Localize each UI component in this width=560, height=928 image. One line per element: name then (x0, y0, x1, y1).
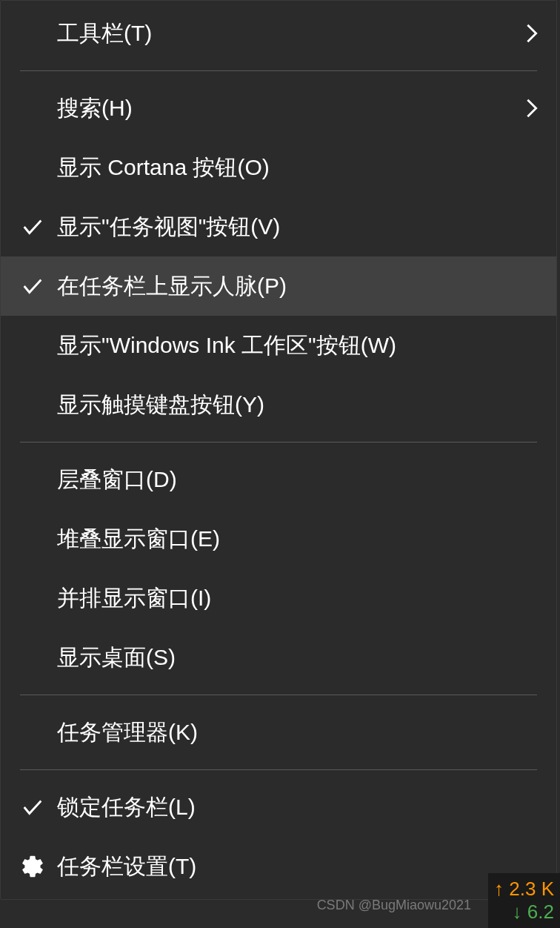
menu-item[interactable]: 显示触摸键盘按钮(Y) (1, 375, 556, 434)
menu-item-label: 显示触摸键盘按钮(Y) (57, 390, 543, 420)
menu-item[interactable]: 显示 Cortana 按钮(O) (1, 138, 556, 197)
network-speed-indicator: ↑ 2.3 K ↓ 6.2 (488, 873, 560, 928)
menu-item[interactable]: 显示桌面(S) (1, 628, 556, 687)
menu-item-label: 搜索(H) (57, 93, 521, 124)
menu-item[interactable]: 工具栏(T) (1, 4, 556, 63)
menu-item-label: 锁定任务栏(L) (57, 792, 543, 823)
menu-item[interactable]: 并排显示窗口(I) (1, 569, 556, 628)
check-icon (20, 274, 57, 299)
menu-item-label: 显示"任务视图"按钮(V) (57, 212, 543, 242)
chevron-right-icon (521, 21, 543, 46)
menu-divider (20, 769, 537, 770)
menu-item-label: 显示 Cortana 按钮(O) (57, 153, 543, 183)
menu-item[interactable]: 锁定任务栏(L) (1, 778, 556, 837)
menu-divider (20, 695, 537, 695)
menu-divider (20, 442, 537, 443)
menu-item-label: 层叠窗口(D) (57, 465, 543, 495)
menu-item[interactable]: 任务栏设置(T) (1, 837, 556, 896)
menu-item-label: 在任务栏上显示人脉(P) (57, 271, 543, 302)
check-icon (20, 214, 57, 239)
menu-item[interactable]: 层叠窗口(D) (1, 450, 556, 509)
check-icon (20, 795, 57, 820)
menu-item[interactable]: 任务管理器(K) (1, 703, 556, 762)
gear-icon (20, 854, 57, 879)
menu-item-label: 任务栏设置(T) (57, 852, 543, 882)
menu-item[interactable]: 显示"Windows Ink 工作区"按钮(W) (1, 316, 556, 375)
menu-item-label: 显示"Windows Ink 工作区"按钮(W) (57, 331, 543, 361)
upload-speed: ↑ 2.3 K (494, 878, 554, 901)
menu-item-label: 堆叠显示窗口(E) (57, 524, 543, 554)
chevron-right-icon (521, 96, 543, 121)
download-speed: ↓ 6.2 (494, 901, 554, 924)
menu-item[interactable]: 在任务栏上显示人脉(P) (1, 256, 556, 316)
menu-item-label: 并排显示窗口(I) (57, 583, 543, 614)
menu-item[interactable]: 堆叠显示窗口(E) (1, 509, 556, 569)
menu-item[interactable]: 显示"任务视图"按钮(V) (1, 197, 556, 256)
taskbar-context-menu: 工具栏(T)搜索(H)显示 Cortana 按钮(O)显示"任务视图"按钮(V)… (0, 0, 557, 900)
menu-item-label: 任务管理器(K) (57, 717, 543, 748)
menu-divider (20, 70, 537, 71)
watermark-text: CSDN @BugMiaowu2021 (317, 898, 471, 913)
menu-item-label: 工具栏(T) (57, 19, 521, 49)
menu-item[interactable]: 搜索(H) (1, 79, 556, 138)
menu-item-label: 显示桌面(S) (57, 643, 543, 673)
